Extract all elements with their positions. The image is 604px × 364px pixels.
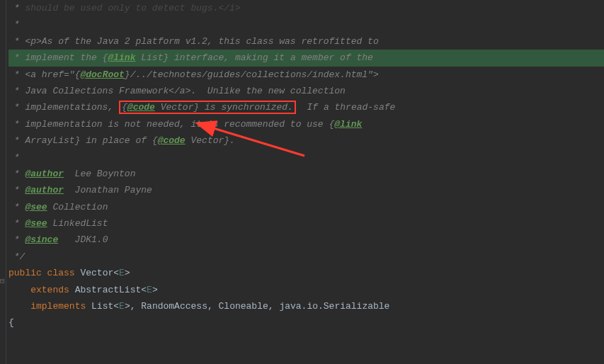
code-line: * Java Collections Framework</a>. Unlike… <box>8 83 604 99</box>
code-line: * @see Collection <box>8 199 604 215</box>
gutter <box>0 0 6 364</box>
code-line: { <box>8 314 604 331</box>
code-line: extends AbstractList<E> <box>8 282 604 298</box>
code-line: * @author Lee Boynton <box>8 166 604 182</box>
code-line: * should be used only to detect bugs.</i… <box>8 0 604 16</box>
code-line: * <p>As of the Java 2 platform v1.2, thi… <box>8 33 604 50</box>
code-line-highlighted: * implement the {@link List} interface, … <box>8 50 604 66</box>
code-line: public class Vector<E> <box>8 265 604 281</box>
code-line: * @since JDK1.0 <box>8 232 604 248</box>
code-line: implements List<E>, RandomAccess, Clonea… <box>8 298 604 314</box>
annotation-box: {@code Vector} is synchronized. <box>119 101 296 114</box>
code-line: * implementation is not needed, it is re… <box>8 116 604 132</box>
code-line: * implementations, {@code Vector} is syn… <box>8 99 604 115</box>
code-editor[interactable]: * should be used only to detect bugs.</i… <box>0 0 604 331</box>
code-line: * <a href="{@docRoot}/../technotes/guide… <box>8 67 604 83</box>
code-line: * <box>8 16 604 33</box>
code-line: * @author Jonathan Payne <box>8 182 604 198</box>
code-line: * ArrayList} in place of {@code Vector}. <box>8 132 604 149</box>
code-line: * <box>8 149 604 166</box>
code-line: * @see LinkedList <box>8 215 604 232</box>
code-line: */ <box>8 249 604 265</box>
fold-marker[interactable]: ⊟ <box>0 275 5 289</box>
